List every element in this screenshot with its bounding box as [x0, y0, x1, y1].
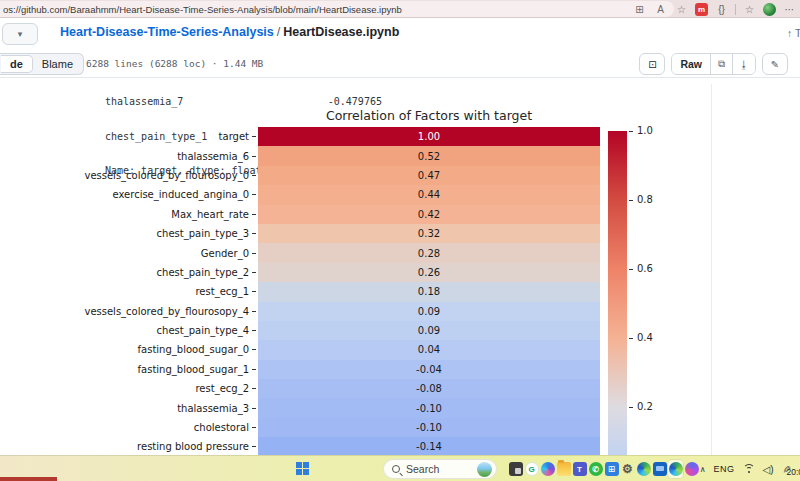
heatmap-row: rest_ecg_2-0.08	[0, 379, 600, 398]
speaker-icon[interactable]: ◁)	[763, 464, 774, 475]
axis-tick	[252, 369, 256, 370]
microsoft-store-glyph: ⊞	[605, 462, 619, 476]
windows-taskbar: Search GT✆⊞⚙ ∧ ENG ◁) ✎ 20:0	[0, 455, 800, 481]
favorites-bar-icon[interactable]: ☆	[742, 2, 757, 17]
heatmap-row-label: target	[0, 127, 258, 146]
edge-active-glyph	[669, 462, 683, 476]
grammarly-icon[interactable]: G	[524, 460, 539, 478]
system-tray: ∧ ENG ◁) ✎	[700, 456, 790, 481]
blue-app-icon[interactable]	[652, 460, 667, 478]
colorbar-tick-label: 0.8	[637, 194, 653, 205]
heatmap-row-label: chest_pain_type_3	[0, 224, 258, 243]
extension-badge-icon[interactable]: m	[695, 3, 708, 16]
edit-button[interactable]: ✎	[762, 53, 788, 75]
edge-icon[interactable]	[636, 460, 651, 478]
task-view-glyph	[509, 462, 523, 476]
cell-boundary-line	[711, 84, 712, 455]
branch-selector-button[interactable]: ▾	[2, 23, 38, 45]
heatmap-row: thalassemia_60.52	[0, 146, 600, 165]
heatmap-cell: 0.42	[258, 205, 600, 224]
taskbar-search[interactable]: Search	[383, 459, 497, 479]
heatmap-row: Gender_00.28	[0, 243, 600, 262]
copy-icon[interactable]: ⧉	[711, 54, 733, 74]
colorbar-tick-label: 0.6	[637, 263, 653, 274]
profile-avatar[interactable]	[763, 3, 776, 16]
more-menu-icon[interactable]: ⋯	[782, 2, 797, 17]
axis-tick	[252, 194, 256, 195]
hidden-icons-chevron[interactable]: ∧	[700, 465, 706, 474]
settings-icon[interactable]: ⚙	[620, 460, 635, 478]
heatmap-row-label: thalassemia_3	[0, 398, 258, 417]
search-icon	[392, 465, 400, 473]
edge-active-icon[interactable]	[668, 460, 683, 478]
axis-tick	[252, 272, 256, 273]
file-explorer-icon[interactable]	[556, 460, 571, 478]
toolbar-divider	[735, 4, 736, 15]
heatmap-row-label: fasting_blood_sugar_1	[0, 360, 258, 379]
heatmap-row: chest_pain_type_30.32	[0, 224, 600, 243]
heatmap-row: Max_heart_rate0.42	[0, 205, 600, 224]
file-explorer-glyph	[557, 462, 571, 476]
favorites-star-icon[interactable]: ☆	[674, 2, 689, 17]
heatmap-row: fasting_blood_sugar_1-0.04	[0, 360, 600, 379]
colorbar-tick	[629, 269, 633, 270]
chart-title: Correlation of Factors with target	[258, 108, 600, 123]
split-screen-icon[interactable]: ⊞	[632, 2, 647, 17]
edge-dev-glyph	[685, 462, 699, 476]
copilot-button[interactable]: ⊡	[639, 53, 665, 75]
edge-dev-icon[interactable]	[684, 460, 699, 478]
tab-blame[interactable]: Blame	[33, 55, 82, 73]
tab-code[interactable]: de	[1, 55, 33, 73]
pencil-icon: ✎	[771, 59, 779, 70]
whatsapp-icon[interactable]: ✆	[588, 460, 603, 478]
wifi-icon[interactable]	[743, 464, 755, 474]
heatmap-row: thalassemia_3-0.10	[0, 398, 600, 417]
grammarly-glyph: G	[525, 462, 539, 476]
raw-button[interactable]: Raw	[672, 54, 711, 74]
task-view-icon[interactable]	[508, 460, 523, 478]
url-text[interactable]: os://github.com/Baraahmm/Heart-Disease-T…	[0, 4, 402, 15]
axis-tick	[252, 446, 256, 447]
copilot-icon[interactable]	[540, 460, 555, 478]
heatmap-row-label: resting blood pressure	[0, 437, 258, 455]
heatmap-cell: 0.09	[258, 321, 600, 340]
heatmap-row-label: Max_heart_rate	[0, 205, 258, 224]
file-name: HeartDisease.ipynb	[283, 25, 399, 39]
taskbar-app-icons: GT✆⊞⚙	[508, 460, 699, 478]
heatmap-row: chest_pain_type_20.26	[0, 263, 600, 282]
heatmap-row: vessels_colored_by_flourosopy_40.09	[0, 302, 600, 321]
notebook-content: thalassemia_7 -0.479765 chest_pain_type_…	[0, 78, 800, 455]
axis-tick	[252, 408, 256, 409]
file-actions: ⊡ Raw ⧉ ⭳ ✎	[639, 53, 788, 75]
taskbar-clock[interactable]: 20:0	[786, 467, 800, 477]
teams-icon[interactable]: T	[572, 460, 587, 478]
colorbar-tick-label: 0.2	[637, 401, 653, 412]
windows-start-icon[interactable]	[296, 462, 310, 476]
heatmap-cell: 1.00	[258, 127, 600, 146]
read-aloud-icon[interactable]: A	[653, 2, 668, 17]
language-indicator[interactable]: ENG	[714, 464, 735, 474]
heatmap-row: chest_pain_type_40.09	[0, 321, 600, 340]
heatmap-cell: 0.26	[258, 263, 600, 282]
extensions-icon[interactable]: {}	[714, 2, 729, 17]
heatmap-cell: -0.10	[258, 398, 600, 417]
axis-tick	[252, 233, 256, 234]
colorbar-tick-label: 1.0	[637, 125, 653, 136]
repo-link[interactable]: Heart-Disease-Time-Series-Analysis	[60, 25, 274, 39]
colorbar	[608, 131, 627, 455]
bing-daily-icon	[477, 462, 492, 477]
axis-tick	[252, 349, 256, 350]
axis-tick	[252, 175, 256, 176]
heatmap-row-label: fasting_blood_sugar_0	[0, 340, 258, 359]
microsoft-store-icon[interactable]: ⊞	[604, 460, 619, 478]
file-info: 6288 lines (6288 loc) · 1.44 MB	[86, 58, 263, 69]
address-bar[interactable]: os://github.com/Baraahmm/Heart-Disease-T…	[0, 1, 674, 17]
axis-tick	[252, 253, 256, 254]
download-icon[interactable]: ⭳	[733, 54, 755, 74]
heatmap-row-label: vessels_colored_by_flourosopy_4	[0, 302, 258, 321]
heatmap-cell: 0.18	[258, 282, 600, 301]
raw-button-group: Raw ⧉ ⭳	[671, 53, 756, 75]
colorbar-tick	[629, 407, 633, 408]
back-to-top-link[interactable]: ↑ To	[787, 27, 800, 39]
colorbar-tick	[629, 131, 633, 132]
